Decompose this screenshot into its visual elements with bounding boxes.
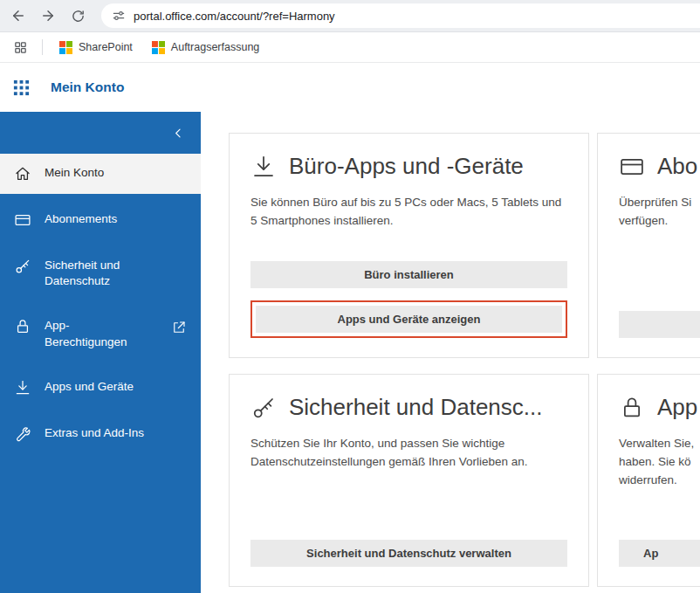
bookmark-label: SharePoint xyxy=(79,41,133,53)
bookmark-auftragserfassung[interactable]: Auftragserfassung xyxy=(146,38,265,58)
key-icon xyxy=(250,395,277,421)
card-buttons: Büro installieren Apps und Geräte anzeig… xyxy=(250,261,567,338)
subscriptions-button[interactable] xyxy=(619,311,700,338)
card-title-text: App xyxy=(657,394,697,421)
sidebar-item-label: Apps und Geräte xyxy=(45,379,187,395)
key-icon xyxy=(14,258,31,275)
subscription-card-icon xyxy=(619,154,645,180)
lock-icon xyxy=(14,318,31,335)
manage-security-button[interactable]: Sicherheit und Datenschutz verwalten xyxy=(250,540,567,567)
main-content: Büro-Apps und -Geräte Sie können Büro au… xyxy=(201,112,700,593)
card-title-text: Sicherheit und Datensc... xyxy=(289,394,543,421)
card-title-row: Büro-Apps und -Geräte xyxy=(250,153,567,180)
sidebar-item-apps-und-geraete[interactable]: Apps und Geräte xyxy=(0,368,201,408)
url-text: portal.office.com/account/?ref=Harmony xyxy=(134,10,335,23)
forward-button[interactable] xyxy=(35,3,61,29)
sidebar-collapse-button[interactable] xyxy=(172,127,185,140)
page-title: Mein Konto xyxy=(51,79,124,95)
app-permissions-button[interactable]: Ap xyxy=(619,540,700,567)
refresh-button[interactable] xyxy=(65,3,91,29)
sidebar-item-label: Abonnements xyxy=(45,211,187,227)
card-security: Sicherheit und Datensc... Schützen Sie I… xyxy=(229,374,589,587)
browser-toolbar: portal.office.com/account/?ref=Harmony xyxy=(0,0,700,32)
sidebar-item-label: App-Berechtigungen xyxy=(45,318,135,349)
card-title-row: App xyxy=(619,394,700,421)
card-title-row: Abo xyxy=(619,153,700,180)
back-arrow-icon xyxy=(10,8,26,24)
bookmarks-bar: SharePoint Auftragserfassung xyxy=(0,32,700,63)
install-office-button[interactable]: Büro installieren xyxy=(250,261,567,288)
sidebar: Mein Konto Abonnements Sicherheit und Da… xyxy=(0,112,201,593)
external-link-icon xyxy=(171,320,187,335)
card-buttons: Sicherheit und Datenschutz verwalten xyxy=(250,540,567,567)
card-title-text: Büro-Apps und -Geräte xyxy=(289,153,524,180)
view-apps-devices-button[interactable]: Apps und Geräte anzeigen xyxy=(256,306,562,333)
lock-icon xyxy=(619,395,645,421)
home-icon xyxy=(14,165,31,183)
apps-grid-icon xyxy=(13,40,28,55)
card-buttons: Ap xyxy=(619,540,700,567)
card-description: Überprüfen Si verfügen. xyxy=(619,194,700,231)
bookmarks-separator xyxy=(42,39,43,55)
microsoft-logo-icon xyxy=(152,41,165,54)
card-buttons xyxy=(619,311,700,338)
microsoft-logo-icon xyxy=(59,41,72,54)
card-description: Schützen Sie Ihr Konto, und passen Sie w… xyxy=(250,435,567,472)
sidebar-collapse-row xyxy=(0,112,201,154)
sidebar-item-app-berechtigungen[interactable]: App-Berechtigungen xyxy=(0,307,201,361)
sidebar-item-label: Sicherheit und Datenschutz xyxy=(45,258,187,289)
back-button[interactable] xyxy=(5,3,31,29)
highlight-outline: Apps und Geräte anzeigen xyxy=(250,300,567,338)
sidebar-item-label: Mein Konto xyxy=(45,165,187,181)
wrench-icon xyxy=(14,425,31,443)
sidebar-item-mein-konto[interactable]: Mein Konto xyxy=(0,154,201,194)
card-office-apps: Büro-Apps und -Geräte Sie können Büro au… xyxy=(229,133,589,358)
waffle-icon xyxy=(12,79,31,97)
card-subscriptions: Abo Überprüfen Si verfügen. xyxy=(597,133,700,358)
app-header: Mein Konto xyxy=(0,63,700,112)
card-description: Sie können Büro auf bis zu 5 PCs oder Ma… xyxy=(250,194,567,231)
card-title-row: Sicherheit und Datensc... xyxy=(250,394,567,421)
download-icon xyxy=(14,379,31,396)
refresh-icon xyxy=(71,9,86,24)
address-bar[interactable]: portal.office.com/account/?ref=Harmony xyxy=(101,3,700,28)
subscription-card-icon xyxy=(14,211,31,229)
bookmark-label: Auftragserfassung xyxy=(171,41,259,53)
sidebar-item-label: Extras und Add-Ins xyxy=(45,425,187,441)
card-description: Verwalten Sie, haben. Sie kö widerrufen. xyxy=(619,435,700,490)
forward-arrow-icon xyxy=(40,8,56,24)
sidebar-item-sicherheit-und-datenschutz[interactable]: Sicherheit und Datenschutz xyxy=(0,246,201,300)
card-app-permissions: App Verwalten Sie, haben. Sie kö widerru… xyxy=(597,374,700,587)
download-icon xyxy=(250,154,277,180)
app-launcher-button[interactable] xyxy=(0,63,42,112)
sidebar-item-abonnements[interactable]: Abonnements xyxy=(0,200,201,240)
card-grid: Büro-Apps und -Geräte Sie können Büro au… xyxy=(229,133,700,587)
site-info-icon[interactable] xyxy=(112,9,126,23)
sidebar-item-extras-und-add-ins[interactable]: Extras und Add-Ins xyxy=(0,414,201,454)
bookmark-sharepoint[interactable]: SharePoint xyxy=(53,38,139,58)
chevron-left-icon xyxy=(172,127,185,140)
apps-grid-button[interactable] xyxy=(9,36,31,59)
card-title-text: Abo xyxy=(657,153,697,180)
